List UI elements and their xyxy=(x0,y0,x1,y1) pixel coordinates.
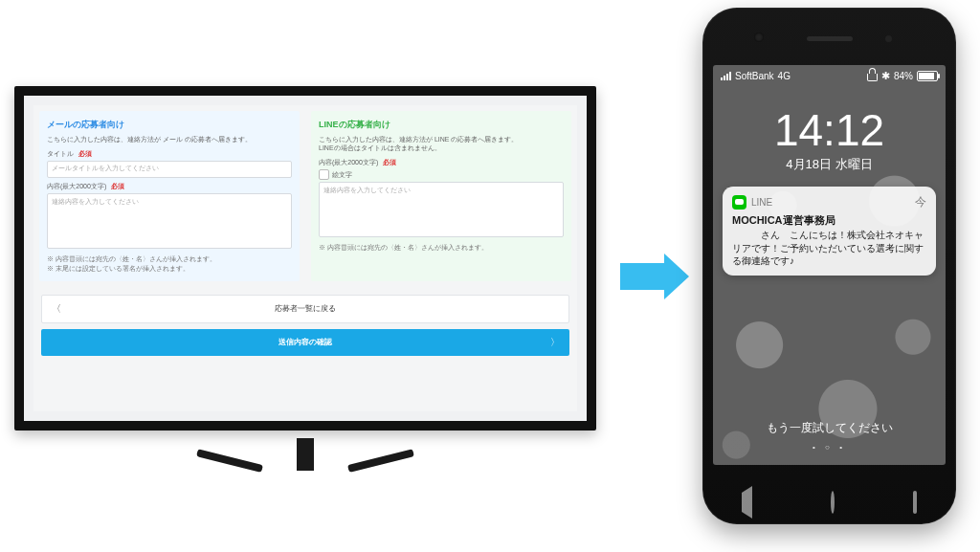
front-camera-icon xyxy=(754,33,764,42)
mail-hints: ※ 内容冒頭には宛先の〈姓・名〉さんが挿入されます。 ※ 末尾には設定している署… xyxy=(47,254,292,274)
retry-label: もう一度試してください xyxy=(713,420,946,436)
mail-panel-heading: メールの応募者向け xyxy=(47,119,292,131)
sensor-icon xyxy=(885,35,892,42)
chevron-left-icon: 〈 xyxy=(52,302,61,316)
line-notification[interactable]: LINE 今 MOCHICA運営事務局 さん こんにちは！株式会社ネオキャリアで… xyxy=(723,187,936,276)
phone-body: SoftBank 4G ✱ 84% 14:12 4月18日 水曜日 xyxy=(702,8,956,524)
notif-app-name: LINE xyxy=(751,197,772,208)
mail-body-textarea[interactable]: 連絡内容を入力してください xyxy=(47,193,292,249)
line-desc-1: こちらに入力した内容は、連絡方法が LINE の応募者へ届きます。 xyxy=(319,135,564,144)
line-app-icon xyxy=(732,195,746,210)
mail-body-label: 内容(最大2000文字) 必須 xyxy=(47,182,292,191)
emoji-checkbox-icon xyxy=(319,169,329,180)
carrier-label: SoftBank xyxy=(735,71,774,81)
android-navbar xyxy=(702,480,956,524)
desktop-screen: メールの応募者向け こちらに入力した内容は、連絡方法が メール の応募者へ届きま… xyxy=(33,105,577,411)
recents-nav-icon[interactable] xyxy=(913,493,917,513)
notif-time: 今 xyxy=(915,194,926,210)
phone-lockscreen: SoftBank 4G ✱ 84% 14:12 4月18日 水曜日 xyxy=(713,65,946,465)
mail-title-label-text: タイトル xyxy=(47,150,74,157)
emoji-toggle[interactable]: 絵文字 xyxy=(319,169,564,180)
line-hint-1: ※ 内容冒頭には宛先の〈姓・名〉さんが挿入されます。 xyxy=(319,243,564,253)
chevron-right-icon: 〉 xyxy=(550,336,560,349)
network-label: 4G xyxy=(778,71,791,81)
monitor-stand xyxy=(195,431,415,473)
mail-panel-desc: こちらに入力した内容は、連絡方法が メール の応募者へ届きます。 xyxy=(47,135,292,144)
confirm-label: 送信内容の確認 xyxy=(41,337,569,347)
line-body-label: 内容(最大2000文字) 必須 xyxy=(319,158,564,167)
back-label: 応募者一覧に戻る xyxy=(42,303,568,314)
mail-hint-2: ※ 末尾には設定している署名が挿入されます。 xyxy=(47,264,292,274)
back-nav-icon[interactable] xyxy=(742,493,752,513)
confirm-send-button[interactable]: 送信内容の確認 〉 xyxy=(41,329,569,356)
emoji-label: 絵文字 xyxy=(332,170,352,180)
desktop-monitor: メールの応募者向け こちらに入力した内容は、連絡方法が メール の応募者へ届きま… xyxy=(14,86,596,431)
mail-panel: メールの応募者向け こちらに入力した内容は、連絡方法が メール の応募者へ届きま… xyxy=(39,111,300,281)
notif-title: MOCHICA運営事務局 xyxy=(732,213,926,228)
line-body-label-text: 内容(最大2000文字) xyxy=(319,159,378,166)
required-badge: 必須 xyxy=(111,182,124,191)
mail-body-label-text: 内容(最大2000文字) xyxy=(47,183,106,189)
required-badge: 必須 xyxy=(383,158,396,167)
line-desc-2: LINEの場合はタイトルは含まれません。 xyxy=(319,144,564,152)
mail-title-label: タイトル 必須 xyxy=(47,149,292,159)
line-panel-desc: こちらに入力した内容は、連絡方法が LINE の応募者へ届きます。 LINEの場… xyxy=(319,135,564,152)
flow-arrow-icon xyxy=(620,254,693,299)
required-badge: 必須 xyxy=(78,149,92,159)
lockscreen-time: 14:12 xyxy=(713,108,946,152)
page-dots-icon: • ○ • xyxy=(713,443,946,452)
notif-body: さん こんにちは！株式会社ネオキャリアです！ご予約いただいている選考に関する御連… xyxy=(732,229,926,268)
line-panel-heading: LINEの応募者向け xyxy=(319,119,564,131)
status-bar: SoftBank 4G ✱ 84% xyxy=(713,65,946,87)
signal-icon xyxy=(721,72,731,80)
line-hints: ※ 内容冒頭には宛先の〈姓・名〉さんが挿入されます。 xyxy=(319,243,564,253)
battery-percent: 84% xyxy=(894,71,913,81)
home-nav-icon[interactable] xyxy=(831,493,835,513)
lock-icon xyxy=(867,74,878,81)
battery-icon xyxy=(917,71,938,81)
mail-title-input[interactable]: メールタイトルを入力してください xyxy=(47,161,292,178)
smartphone: SoftBank 4G ✱ 84% 14:12 4月18日 水曜日 xyxy=(702,8,956,524)
line-panel: LINEの応募者向け こちらに入力した内容は、連絡方法が LINE の応募者へ届… xyxy=(311,111,571,281)
back-to-list-button[interactable]: 〈 応募者一覧に戻る xyxy=(41,295,569,323)
line-body-textarea[interactable]: 連絡内容を入力してください xyxy=(319,182,564,237)
bluetooth-icon: ✱ xyxy=(881,70,890,82)
earpiece-icon xyxy=(807,36,853,41)
lockscreen-date: 4月18日 水曜日 xyxy=(713,156,946,173)
monitor-bezel: メールの応募者向け こちらに入力した内容は、連絡方法が メール の応募者へ届きま… xyxy=(14,86,596,431)
mail-hint-1: ※ 内容冒頭には宛先の〈姓・名〉さんが挿入されます。 xyxy=(47,254,292,264)
